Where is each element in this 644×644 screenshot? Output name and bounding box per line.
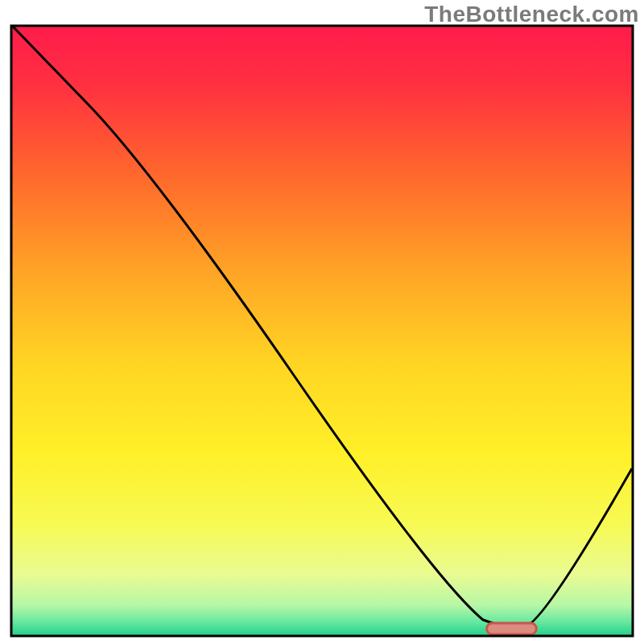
bottleneck-chart [0, 0, 644, 644]
optimal-range-marker [487, 623, 537, 634]
watermark-text: TheBottleneck.com [424, 2, 639, 27]
plot-background [11, 26, 633, 636]
chart-root: TheBottleneck.com [0, 0, 644, 644]
